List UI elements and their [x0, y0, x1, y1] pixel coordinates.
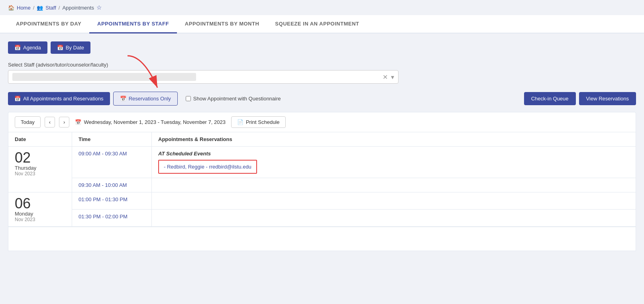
appointment-cell	[152, 178, 636, 192]
view-reservations-button[interactable]: View Reservations	[579, 92, 636, 105]
tab-by-month[interactable]: APPOINTMENTS BY MONTH	[177, 15, 267, 33]
calendar-icon: 📅	[14, 45, 21, 51]
agenda-button[interactable]: 📅 Agenda	[8, 41, 47, 54]
next-button[interactable]: ›	[59, 117, 69, 127]
breadcrumb: 🏠 Home / 👥 Staff / Appointments ☆	[0, 0, 644, 15]
print-schedule-button[interactable]: 📄 Print Schedule	[231, 116, 286, 128]
reservations-only-button[interactable]: 📅 Reservations Only	[113, 92, 178, 106]
date-cell: 02 Thursday Nov 2023	[8, 147, 72, 192]
breadcrumb-staff[interactable]: Staff	[45, 5, 56, 11]
time-cell[interactable]: 09:00 AM - 09:30 AM	[72, 147, 152, 178]
staff-select-wrapper: ✕ ▾	[8, 70, 399, 84]
all-appointments-button[interactable]: 📅 All Appointments and Reservations	[8, 92, 110, 105]
col-date-header: Date	[8, 132, 72, 147]
home-icon: 🏠	[8, 5, 14, 11]
appointment-cell	[152, 210, 636, 227]
calendar-icon-3: 📅	[14, 96, 21, 102]
date-month: Nov 2023	[15, 171, 65, 177]
time-cell[interactable]: 01:30 PM - 02:00 PM	[72, 210, 152, 227]
footer-cell	[8, 227, 636, 251]
staff-icon: 👥	[37, 5, 43, 11]
date-number: 02	[15, 151, 65, 165]
print-icon: 📄	[237, 119, 243, 125]
staff-select-input[interactable]	[12, 73, 196, 81]
tab-by-day[interactable]: APPOINTMENTS BY DAY	[8, 15, 89, 33]
table-row: 09:30 AM - 10:00 AM	[8, 178, 636, 192]
col-appts-header: Appointments & Reservations	[152, 132, 636, 147]
date-cell: 06 Monday Nov 2023	[8, 192, 72, 227]
date-number: 06	[15, 196, 65, 211]
calendar-range-icon: 📅	[75, 119, 81, 125]
tab-by-staff[interactable]: APPOINTMENTS BY STAFF	[89, 15, 177, 33]
event-item[interactable]: - Redbird, Reggie - rredbird@ilstu.edu	[158, 160, 257, 174]
calendar-icon-4: 📅	[120, 96, 126, 102]
date-day: Monday	[15, 211, 65, 217]
schedule-table: Date Time Appointments & Reservations 02…	[8, 132, 636, 227]
time-cell[interactable]: 09:30 AM - 10:00 AM	[72, 178, 152, 192]
breadcrumb-sep-2: /	[59, 5, 60, 11]
tab-squeeze[interactable]: SQUEEZE IN AN APPOINTMENT	[267, 15, 367, 33]
table-row: 02 Thursday Nov 2023 09:00 AM - 09:30 AM…	[8, 147, 636, 178]
calendar-icon-2: 📅	[57, 45, 63, 51]
filter-row: 📅 All Appointments and Reservations 📅 Re…	[8, 92, 636, 106]
appointment-cell: AT Scheduled Events - Redbird, Reggie - …	[152, 147, 636, 178]
staff-select-label: Select Staff (advisor/tutor/counselor/fa…	[8, 62, 636, 68]
footer-table	[8, 227, 636, 251]
date-month: Nov 2023	[15, 217, 65, 222]
event-title: AT Scheduled Events	[158, 151, 629, 157]
appointment-cell	[152, 192, 636, 210]
questionnaire-checkbox-label[interactable]: Show Appointment with Questionnaire	[186, 96, 281, 102]
checkin-queue-button[interactable]: Check-in Queue	[524, 92, 576, 105]
table-row: 06 Monday Nov 2023 01:00 PM - 01:30 PM	[8, 192, 636, 210]
date-range-text: Wednesday, November 1, 2023 - Tuesday, N…	[84, 119, 226, 125]
today-button[interactable]: Today	[15, 116, 41, 128]
prev-button[interactable]: ‹	[45, 117, 55, 127]
view-buttons: 📅 Agenda 📅 By Date	[8, 41, 636, 54]
date-day: Thursday	[15, 165, 65, 171]
tabs-bar: APPOINTMENTS BY DAY APPOINTMENTS BY STAF…	[0, 15, 644, 33]
calendar-nav: Today ‹ › 📅 Wednesday, November 1, 2023 …	[8, 112, 636, 132]
favorite-star-icon[interactable]: ☆	[96, 4, 102, 11]
staff-select-section: Select Staff (advisor/tutor/counselor/fa…	[8, 62, 636, 84]
table-row: 01:30 PM - 02:00 PM	[8, 210, 636, 227]
dropdown-chevron-icon[interactable]: ▾	[391, 73, 394, 81]
time-cell[interactable]: 01:00 PM - 01:30 PM	[72, 192, 152, 210]
questionnaire-checkbox[interactable]	[186, 96, 191, 101]
clear-icon[interactable]: ✕	[383, 73, 388, 81]
breadcrumb-current: Appointments	[62, 5, 94, 11]
by-date-button[interactable]: 📅 By Date	[51, 41, 90, 54]
breadcrumb-sep-1: /	[33, 5, 35, 11]
col-time-header: Time	[72, 132, 152, 147]
breadcrumb-home[interactable]: Home	[17, 5, 31, 11]
